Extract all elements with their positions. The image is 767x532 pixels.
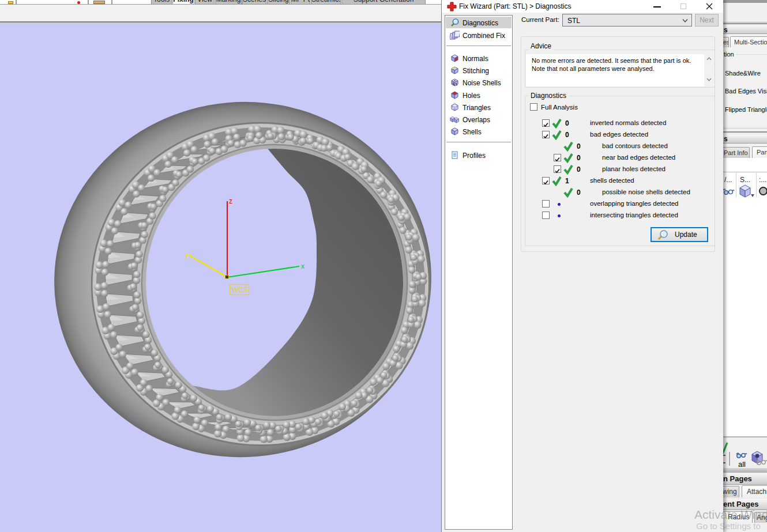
svg-text:z: z <box>229 197 232 205</box>
svg-text:all: all <box>738 460 746 468</box>
svg-text:x: x <box>301 262 304 270</box>
svg-text:WCS: WCS <box>232 286 248 294</box>
svg-text:y: y <box>185 251 189 259</box>
